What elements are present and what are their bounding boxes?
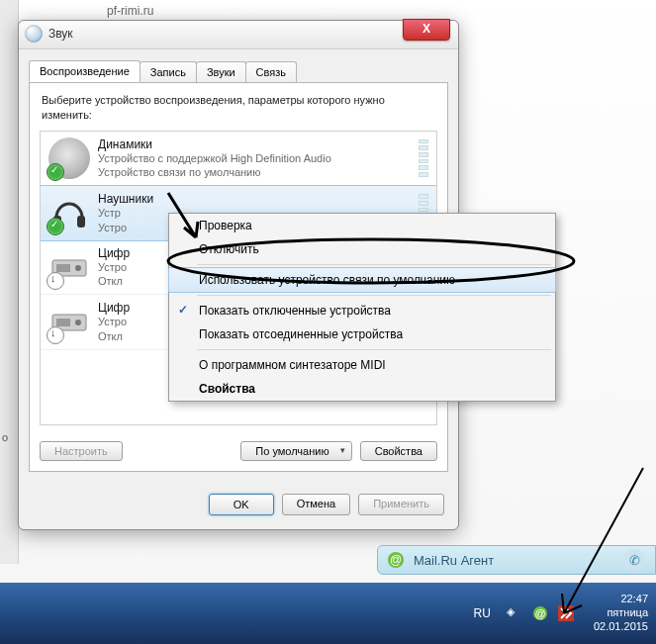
tab-sounds[interactable]: Звуки [196,61,246,83]
ctx-disable[interactable]: Отключить [169,237,555,261]
dialog-button-row: OK Отмена Применить [209,494,444,515]
svg-point-7 [75,320,81,325]
ctx-separator [197,295,551,296]
ctx-properties[interactable]: Свойства [169,377,555,401]
context-menu: Проверка Отключить Использовать устройст… [168,213,556,402]
tab-communications[interactable]: Связь [245,61,297,83]
side-label: о [2,431,8,443]
mailru-toast[interactable]: @ Mail.Ru Агент ✆ [377,545,656,575]
tray-app-icon[interactable]: @ [532,605,548,621]
apply-button[interactable]: Применить [358,494,444,515]
window-title: Звук [48,27,73,41]
disabled-arrow-icon [47,272,64,290]
ctx-show-disabled[interactable]: Показать отключенные устройства [169,299,555,322]
tabstrip: Воспроизведение Запись Звуки Связь [29,60,296,82]
at-icon: @ [388,552,404,568]
panel-button-row: Настроить По умолчанию Свойства [40,441,437,461]
receiver-icon [48,301,90,342]
set-default-button[interactable]: По умолчанию [240,441,351,461]
svg-rect-1 [77,216,85,228]
configure-button[interactable]: Настроить [40,441,123,461]
tray-chevron-icon[interactable]: ◈ [507,605,522,621]
device-status: Устройство связи по умолчанию [98,165,428,179]
ctx-use-default-comm[interactable]: Использовать устройство связи по умолчан… [168,267,556,293]
panel-instruction: Выберите устройство воспроизведения, пар… [30,83,447,129]
svg-text:@: @ [534,607,545,619]
speaker-icon [48,138,90,179]
receiver-icon [48,246,90,288]
language-indicator[interactable]: RU [474,606,491,620]
svg-rect-3 [56,264,70,272]
clock-day: пятница [594,606,648,620]
tab-playback[interactable]: Воспроизведение [29,60,141,82]
sound-icon [25,25,43,43]
phone-icon[interactable]: ✆ [623,549,645,571]
ctx-test[interactable]: Проверка [169,214,555,237]
ctx-about-midi[interactable]: О программном синтезаторе MIDI [169,353,555,377]
device-name: Динамики [98,138,428,151]
clock-date: 02.01.2015 [594,620,648,634]
default-check-icon [47,163,64,181]
headphones-icon [48,192,90,233]
level-meter [419,139,428,177]
device-name: Наушники [98,192,428,206]
clock-time: 22:47 [594,593,648,606]
svg-rect-6 [56,319,70,326]
ok-button[interactable]: OK [209,494,274,515]
system-tray-row2[interactable] [549,626,569,638]
tab-recording[interactable]: Запись [140,61,197,83]
cancel-button[interactable]: Отмена [282,494,350,515]
properties-button[interactable]: Свойства [360,441,437,461]
toast-label: Mail.Ru Агент [414,553,494,568]
left-sidebar-stub: о [0,0,19,564]
ctx-separator [197,264,551,265]
tray-kaspersky-icon[interactable] [558,605,574,621]
clock[interactable]: 22:47 пятница 02.01.2015 [594,593,648,633]
close-button[interactable]: X [403,19,450,41]
titlebar[interactable]: Звук X [19,21,458,49]
address-crumb: pf-rimi.ru [107,4,153,18]
device-speakers[interactable]: Динамики Устройство с поддержкой High De… [41,132,436,187]
svg-point-4 [75,265,81,271]
ctx-show-disconnected[interactable]: Показать отсоединенные устройства [169,322,555,346]
ctx-separator [197,349,551,350]
taskbar[interactable]: RU ◈ @ 22:47 пятница 02.01.2015 [0,583,656,644]
device-desc: Устройство с поддержкой High Definition … [98,151,428,165]
